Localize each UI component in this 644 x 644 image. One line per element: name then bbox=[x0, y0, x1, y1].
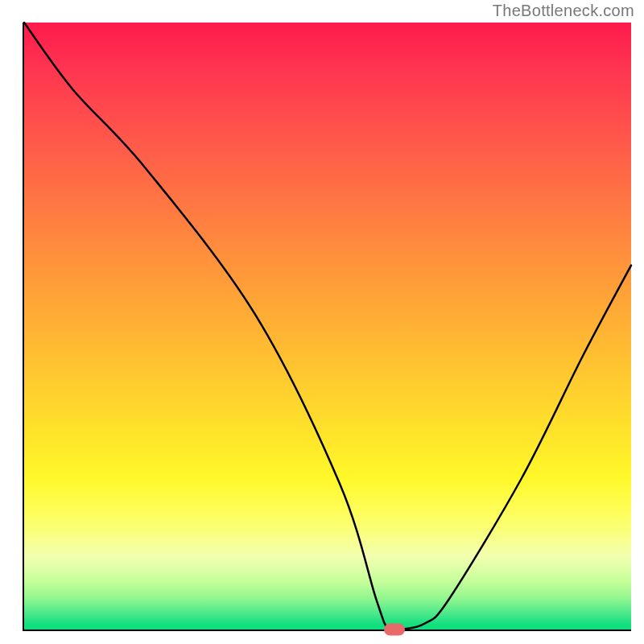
bottleneck-curve bbox=[24, 23, 631, 630]
optimal-marker bbox=[384, 624, 405, 636]
attribution-label: TheBottleneck.com bbox=[493, 2, 634, 20]
plot-area bbox=[23, 23, 631, 631]
chart-container: TheBottleneck.com bbox=[0, 0, 644, 644]
